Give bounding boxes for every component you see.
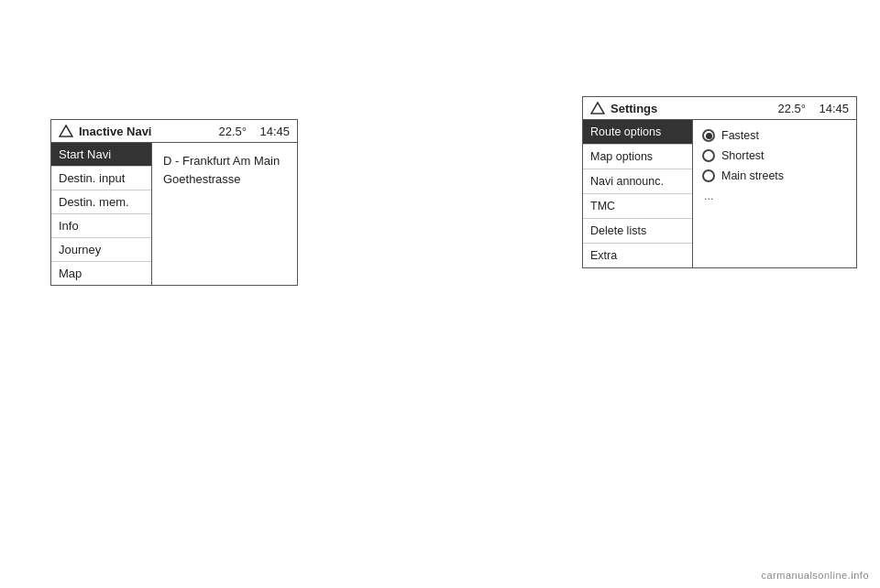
radio-option-shortest[interactable]: Shortest (702, 146, 847, 166)
radio-option-main-streets[interactable]: Main streets (702, 166, 847, 186)
radio-circle-main-streets (702, 169, 715, 182)
left-menu-item-map[interactable]: Map (51, 262, 151, 285)
left-menu-item-destin-mem[interactable]: Destin. mem. (51, 191, 151, 214)
left-menu-list: Start NaviDestin. inputDestin. mem.InfoJ… (51, 143, 152, 285)
right-header-left: Settings (590, 101, 657, 115)
radio-label-shortest: Shortest (721, 149, 764, 162)
radio-label-main-streets: Main streets (721, 169, 784, 182)
settings-menu-item-tmc[interactable]: TMC (583, 194, 692, 219)
right-panel: Settings 22.5° 14:45 Route optionsMap op… (582, 96, 857, 268)
settings-nav-icon (590, 101, 605, 115)
radio-circle-shortest (702, 149, 715, 162)
settings-menu-item-delete-lists[interactable]: Delete lists (583, 219, 692, 244)
left-temperature: 22.5° (218, 125, 247, 138)
left-panel-title: Inactive Navi (79, 125, 152, 138)
settings-menu-item-navi-announc[interactable]: Navi announc. (583, 169, 692, 194)
left-menu-item-info[interactable]: Info (51, 214, 151, 238)
left-time: 14:45 (259, 125, 290, 138)
left-panel-header: Inactive Navi 22.5° 14:45 (51, 120, 297, 143)
svg-marker-0 (60, 125, 72, 136)
settings-extra-dots: ... (702, 186, 847, 206)
radio-option-fastest[interactable]: Fastest (702, 125, 847, 146)
left-panel-body: Start NaviDestin. inputDestin. mem.InfoJ… (51, 143, 297, 285)
radio-label-fastest: Fastest (721, 129, 759, 142)
settings-menu-item-map-options[interactable]: Map options (583, 145, 692, 169)
left-menu-item-journey[interactable]: Journey (51, 238, 151, 262)
nav-triangle-icon (59, 124, 73, 138)
settings-body: Route optionsMap optionsNavi announc.TMC… (583, 120, 856, 267)
left-header-left: Inactive Navi (59, 124, 152, 138)
left-menu-item-destin-input[interactable]: Destin. input (51, 167, 151, 191)
settings-menu-item-route-options[interactable]: Route options (583, 120, 692, 145)
settings-content-area: FastestShortestMain streets... (693, 120, 856, 267)
svg-marker-1 (591, 103, 604, 114)
right-time: 14:45 (819, 102, 849, 115)
right-panel-header: Settings 22.5° 14:45 (583, 97, 856, 120)
settings-menu-item-extra[interactable]: Extra (583, 244, 692, 267)
left-content-area: D - Frankfurt Am Main Goethestrasse (152, 143, 297, 285)
watermark: carmanualsonline.info (761, 570, 869, 581)
left-panel: Inactive Navi 22.5° 14:45 Start NaviDest… (50, 119, 298, 286)
right-panel-time: 22.5° 14:45 (777, 102, 849, 115)
left-menu-item-start-navi[interactable]: Start Navi (51, 143, 151, 167)
radio-circle-fastest (702, 129, 715, 142)
settings-menu-list: Route optionsMap optionsNavi announc.TMC… (583, 120, 693, 267)
content-line1: D - Frankfurt Am Main (163, 152, 286, 170)
page-wrapper: Inactive Navi 22.5° 14:45 Start NaviDest… (0, 0, 880, 588)
left-panel-time: 22.5° 14:45 (218, 125, 290, 138)
right-temperature: 22.5° (777, 102, 806, 115)
watermark-text: carmanualsonline.info (761, 570, 869, 581)
content-line2: Goethestrasse (163, 170, 286, 189)
right-panel-title: Settings (610, 102, 657, 115)
